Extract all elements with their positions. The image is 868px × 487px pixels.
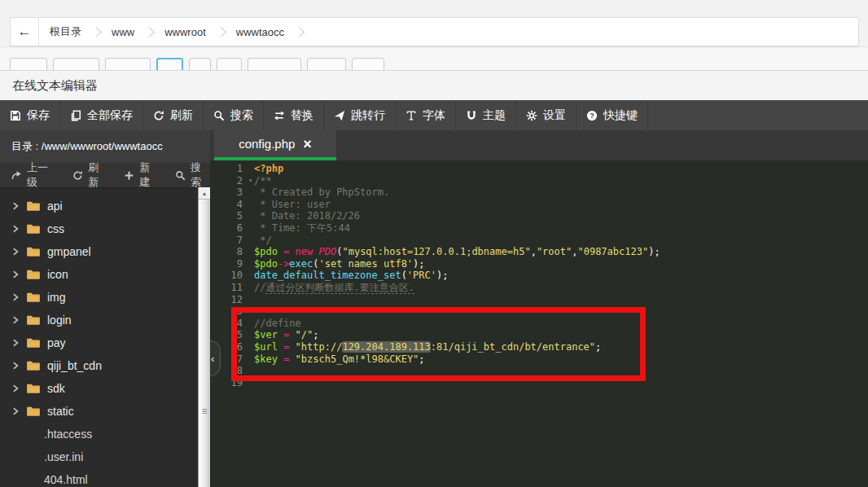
toolbar-button-settings[interactable]: 设置 <box>516 100 576 130</box>
code-token: "/" <box>296 329 313 340</box>
toolbar-button-goto-line[interactable]: 跳转行 <box>324 100 396 130</box>
scrollbar-up-icon[interactable]: ▲ <box>199 187 210 200</box>
code-token: date_default_timezone_set <box>254 270 401 281</box>
code-line: 2▾/** <box>210 175 868 187</box>
breadcrumb-item-wwwroot[interactable]: wwwroot <box>154 26 217 38</box>
sidebar-collapse-handle[interactable]: ‹ <box>210 340 221 376</box>
code-line: 18 <box>210 365 868 377</box>
back-button[interactable]: ← <box>11 18 39 46</box>
tab-label: config.php <box>239 137 295 151</box>
code-token: "http:// <box>296 341 343 353</box>
toolbar-button-replace[interactable]: 替换 <box>264 100 324 130</box>
code-line-content <box>246 377 254 389</box>
chevron-right-icon <box>11 202 20 210</box>
tree-file-404.html[interactable]: 404.html <box>0 468 210 487</box>
code-token: "mysql:host=127.0.0.1;dbname=h5" <box>342 246 530 257</box>
toolbar-button-font[interactable]: 字体 <box>396 100 456 130</box>
tree-folder-static[interactable]: static <box>0 400 210 423</box>
code-line: 13 <box>210 305 868 318</box>
code-token: ( <box>313 258 318 270</box>
code-token <box>289 353 295 365</box>
toolbar-button-hotkeys[interactable]: ?快捷键 <box>576 100 648 130</box>
tree-folder-icon[interactable]: icon <box>0 263 210 286</box>
toolbar-button-save[interactable]: 保存 <box>0 100 60 130</box>
toolbar-button-label: 全部保存 <box>87 108 133 123</box>
tree-scrollbar[interactable]: ▲ ≡ <box>198 187 210 487</box>
code-line-content: //通过分区判断数据库.要注意合区. <box>246 282 414 294</box>
tree-folder-img[interactable]: img <box>0 286 210 309</box>
new-icon <box>124 170 134 181</box>
file-tree: apicssgmpaneliconimgloginpayqiji_bt_cdns… <box>0 188 210 487</box>
chevron-right-icon <box>11 225 20 233</box>
tree-nav-refresh[interactable]: 刷新 <box>72 160 107 190</box>
toolbar-button-refresh[interactable]: 刷新 <box>143 100 204 130</box>
save-icon <box>10 110 21 121</box>
code-token: $ver <box>254 329 278 340</box>
settings-icon <box>526 110 537 121</box>
code-token <box>289 341 295 353</box>
scrollbar-grip-icon[interactable]: ≡ <box>199 406 210 417</box>
fold-icon[interactable]: ▾ <box>248 175 252 187</box>
code-line-content <box>246 294 254 306</box>
tree-folder-login[interactable]: login <box>0 309 210 331</box>
code-line-content: $pdo = new PDO("mysql:host=127.0.0.1;dbn… <box>246 246 660 258</box>
code-token: 'set names utf8' <box>319 258 414 270</box>
editor-toolbar: 保存全部保存刷新搜索替换跳转行字体主题设置?快捷键 <box>0 100 868 130</box>
tree-folder-gmpanel[interactable]: gmpanel <box>0 240 210 263</box>
tree-folder-label: qiji_bt_cdn <box>47 359 102 372</box>
code-token: 'PRC' <box>407 270 436 281</box>
breadcrumb-chevron-icon <box>216 27 226 37</box>
tree-nav-new[interactable]: 新建 <box>124 160 159 190</box>
tree-file-.htaccess[interactable]: .htaccess <box>0 423 210 445</box>
folder-icon <box>26 246 41 257</box>
toolbar-button-save-all[interactable]: 全部保存 <box>60 100 143 130</box>
chevron-right-icon <box>11 293 20 301</box>
code-line-content: * Created by PhpStorm. <box>246 186 389 199</box>
code-token: /** <box>254 175 272 186</box>
line-number: 10 <box>210 270 246 282</box>
tree-folder-css[interactable]: css <box>0 217 210 240</box>
folder-icon <box>26 200 41 212</box>
breadcrumb-item-www[interactable]: www <box>101 26 145 38</box>
tree-nav-search[interactable]: 搜索 <box>175 160 210 190</box>
code-token: * Date: 2018/2/26 <box>254 210 360 222</box>
code-editor[interactable]: 1<?php2▾/**3 * Created by PhpStorm.4 * U… <box>210 160 868 487</box>
editor-main: 目录 : /www/wwwroot/wwwtaocc 上一级刷新新建搜索 api… <box>0 130 868 487</box>
panel-title: 在线文本编辑器 <box>0 71 868 100</box>
tree-folder-label: gmpanel <box>47 245 91 258</box>
tree-folder-pay[interactable]: pay <box>0 331 210 354</box>
code-line: 3 * Created by PhpStorm. <box>210 186 868 199</box>
code-token <box>313 246 318 257</box>
breadcrumb-item-wwwtaocc[interactable]: wwwtaocc <box>226 26 295 38</box>
code-line-content: $key = "bzsch5_Qm!*l98&CKEY"; <box>246 353 425 366</box>
tree-nav-label: 刷新 <box>88 160 107 190</box>
tree-folder-label: login <box>47 314 72 327</box>
code-line-content <box>246 305 254 318</box>
code-token: * Created by PhpStorm. <box>254 186 389 198</box>
goto-line-icon <box>334 110 345 121</box>
close-icon[interactable]: × <box>303 137 312 151</box>
breadcrumb-item-根目录[interactable]: 根目录 <box>39 24 92 39</box>
tree-file-.user.ini[interactable]: .user.ini <box>0 445 210 468</box>
tree-nav-up-level[interactable]: 上一级 <box>11 160 56 190</box>
line-number: 9 <box>210 258 246 270</box>
code-line-content <box>246 365 254 377</box>
toolbar-button-search[interactable]: 搜索 <box>204 100 264 130</box>
code-line-content: $pdo->exec('set names utf8'); <box>246 258 425 270</box>
code-line-content: <?php <box>246 163 283 175</box>
font-icon <box>406 110 417 121</box>
code-line-content: $ver = "/"; <box>246 329 319 341</box>
toolbar-button-label: 刷新 <box>170 108 193 123</box>
code-token: $pdo <box>254 246 278 257</box>
code-line: 1<?php <box>210 163 868 175</box>
line-number: 19 <box>210 377 246 389</box>
tab-config-php[interactable]: config.php × <box>214 130 336 160</box>
chevron-right-icon <box>11 270 20 279</box>
tree-folder-sdk[interactable]: sdk <box>0 377 210 400</box>
tree-folder-qiji_bt_cdn[interactable]: qiji_bt_cdn <box>0 354 210 377</box>
toolbar-button-theme[interactable]: 主题 <box>456 100 516 130</box>
up-level-icon <box>11 170 22 181</box>
breadcrumb-chevron-icon <box>91 27 102 37</box>
tree-folder-api[interactable]: api <box>0 195 210 217</box>
theme-icon <box>466 110 477 121</box>
